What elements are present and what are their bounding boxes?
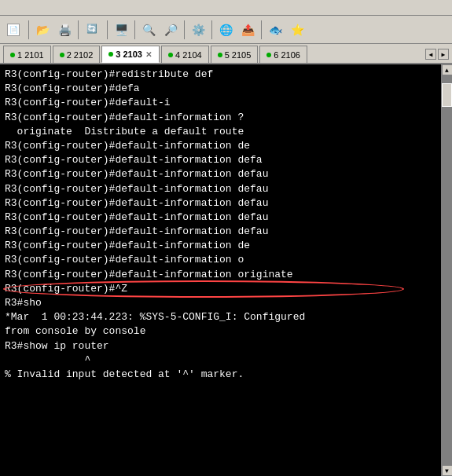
globe-icon: 🌐: [219, 24, 232, 36]
terminal-line: R3#sho: [5, 296, 436, 310]
transfer-button[interactable]: 📤: [237, 19, 258, 41]
terminal-line: R3(config-router)#default-i: [5, 96, 436, 110]
transfer-icon: 📤: [241, 24, 254, 36]
tab-6-dot: [266, 53, 271, 57]
tab-6[interactable]: 6 2106: [259, 46, 307, 63]
tab-6-label: 6 2106: [274, 50, 300, 60]
zoom-out-button[interactable]: 🔍: [138, 19, 159, 41]
tab-3[interactable]: 3 2103 ✕: [101, 46, 160, 63]
separator-1: [28, 20, 29, 39]
zoom-out-icon: 🔍: [142, 24, 155, 36]
settings-icon: ⚙️: [192, 24, 204, 36]
menu-tools[interactable]: [31, 6, 41, 9]
open-icon: 📂: [36, 24, 49, 36]
separator-2: [78, 20, 79, 39]
tab-2-label: 2 2102: [67, 50, 94, 60]
terminal-line: ^: [5, 353, 436, 368]
terminal-line: *Mar 1 00:23:44.223: %SYS-5-CONFIG_I: Co…: [5, 310, 436, 324]
separator-3: [107, 20, 108, 39]
settings-button[interactable]: ⚙️: [188, 19, 208, 41]
terminal-wrapper: R3(config-router)#redistribute defR3(con…: [0, 64, 452, 476]
terminal-line: % Invalid input detected at '^' marker.: [5, 368, 436, 382]
terminal-line: R3(config-router)#default-information de…: [5, 225, 436, 239]
tab-4-dot: [168, 53, 173, 57]
scrollbar: ▲ ▼: [441, 64, 452, 476]
globe-button[interactable]: 🌐: [215, 19, 236, 41]
scrollbar-thumb[interactable]: [442, 83, 452, 107]
terminal-line: R3(config-router)#default-information or…: [5, 268, 436, 282]
terminal-line: R3#show ip router: [5, 339, 436, 353]
tab-4[interactable]: 4 2104: [161, 46, 209, 63]
terminal-line: R3(config-router)#default-information de: [5, 139, 436, 153]
terminal-line: R3(config-router)#defa: [5, 82, 436, 96]
tab-3-label: 3 2103: [116, 49, 142, 59]
terminal-line: R3(config-router)#default-information de…: [5, 196, 436, 211]
tab-1-dot: [10, 53, 15, 57]
separator-7: [261, 20, 262, 39]
tab-5-label: 5 2105: [225, 50, 252, 60]
open-button[interactable]: 📂: [32, 19, 53, 41]
terminal-line: R3(config-router)#default-information de…: [5, 167, 436, 181]
terminal-line: R3(config-router)#^Z: [5, 282, 436, 296]
terminal[interactable]: R3(config-router)#redistribute defR3(con…: [0, 64, 441, 476]
tabs-prev[interactable]: ◀: [425, 49, 436, 60]
toolbar: 📄 📂 🖨️ 🔄 🖥️ 🔍 🔎 ⚙️ 🌐 📤 🐟 ⭐: [0, 16, 452, 44]
print-button[interactable]: 🖨️: [54, 19, 75, 41]
separator-4: [134, 20, 135, 39]
zoom-in-button[interactable]: 🔎: [160, 19, 181, 41]
scroll-down-button[interactable]: ▼: [442, 465, 453, 476]
menu-edit[interactable]: [13, 6, 22, 9]
tab-4-label: 4 2104: [175, 50, 202, 60]
new-button[interactable]: 📄: [3, 19, 25, 41]
tabs-arrows: ◀ ▶: [425, 49, 449, 63]
reconnect-button[interactable]: 🔄: [82, 19, 104, 41]
tab-2-dot: [60, 53, 64, 57]
tab-3-dot: [108, 52, 113, 57]
tab-1[interactable]: 1 2101: [3, 46, 51, 63]
extra-button[interactable]: 🐟: [265, 19, 285, 41]
terminal-line: from console by console: [5, 324, 436, 339]
menubar: [0, 0, 452, 16]
tab-5[interactable]: 5 2105: [211, 46, 259, 63]
terminal-line: R3(config-router)#default-information de…: [5, 211, 436, 225]
zoom-in-icon: 🔎: [164, 24, 177, 36]
terminal-line: R3(config-router)#default-information ?: [5, 111, 436, 125]
new-icon: 📄: [7, 24, 20, 36]
tab-2[interactable]: 2 2102: [53, 46, 101, 63]
reconnect-icon: 🔄: [86, 24, 98, 36]
menu-file[interactable]: [3, 6, 13, 9]
tab-3-close[interactable]: ✕: [145, 50, 153, 59]
menu-view[interactable]: [22, 6, 31, 9]
monitor-button[interactable]: 🖥️: [111, 19, 131, 41]
tabs-bar: 1 2101 2 2102 3 2103 ✕ 4 2104 5 2105 6 2…: [0, 44, 452, 64]
extra-button-2[interactable]: ⭐: [287, 19, 307, 41]
extra-icon: 🐟: [269, 24, 281, 36]
tab-5-dot: [218, 53, 222, 57]
menu-window[interactable]: [41, 6, 50, 9]
tabs-next[interactable]: ▶: [438, 49, 449, 60]
terminal-line: R3(config-router)#default-information de: [5, 239, 436, 253]
extra-icon-2: ⭐: [291, 24, 303, 36]
terminal-lines: R3(config-router)#redistribute defR3(con…: [0, 64, 441, 476]
terminal-line: originate Distribute a default route: [5, 125, 436, 139]
tab-1-label: 1 2101: [17, 50, 44, 60]
menu-help[interactable]: [50, 6, 60, 9]
separator-5: [184, 20, 185, 39]
print-icon: 🖨️: [58, 24, 71, 36]
terminal-line: R3(config-router)#default-information de…: [5, 182, 436, 196]
terminal-line: R3(config-router)#default-information de…: [5, 153, 436, 167]
separator-6: [211, 20, 212, 39]
scroll-up-button[interactable]: ▲: [442, 64, 453, 75]
terminal-line: R3(config-router)#default-information o: [5, 253, 436, 267]
monitor-icon: 🖥️: [115, 24, 127, 36]
terminal-line: R3(config-router)#redistribute def: [5, 68, 436, 82]
scrollbar-track[interactable]: [442, 75, 452, 465]
